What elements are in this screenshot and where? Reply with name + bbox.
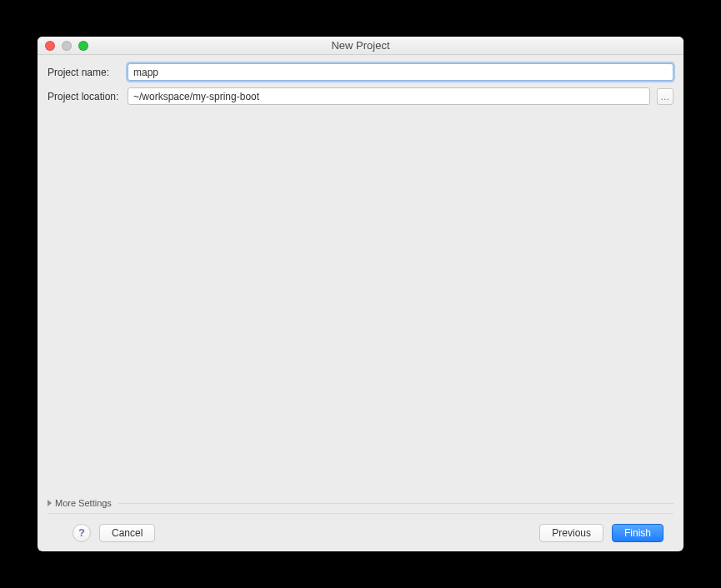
dialog-content: Project name: Project location: … More S…: [38, 55, 683, 551]
finish-button[interactable]: Finish: [612, 524, 663, 542]
help-button[interactable]: ?: [73, 524, 91, 542]
project-name-input[interactable]: [128, 63, 673, 81]
more-settings-row[interactable]: More Settings: [48, 498, 673, 508]
ellipsis-icon: …: [660, 92, 670, 102]
cancel-label: Cancel: [112, 527, 143, 539]
help-icon: ?: [78, 526, 85, 539]
project-name-row: Project name:: [48, 63, 673, 81]
footer-right-group: Previous Finish: [539, 524, 663, 542]
project-name-label: Project name:: [48, 67, 121, 78]
window-controls: [38, 41, 88, 51]
project-location-label: Project location:: [48, 91, 121, 102]
cancel-button[interactable]: Cancel: [99, 524, 155, 542]
minimize-icon: [62, 41, 72, 51]
project-location-row: Project location: …: [48, 87, 673, 105]
project-location-input[interactable]: [128, 87, 650, 105]
disclosure-triangle-icon[interactable]: [48, 500, 52, 506]
titlebar: New Project: [38, 37, 683, 55]
window-title: New Project: [38, 39, 683, 52]
content-spacer: [48, 112, 673, 498]
previous-button[interactable]: Previous: [539, 524, 603, 542]
close-icon[interactable]: [45, 41, 55, 51]
browse-button[interactable]: …: [657, 88, 673, 105]
more-settings-label[interactable]: More Settings: [55, 498, 112, 508]
finish-label: Finish: [624, 527, 651, 539]
separator-line: [118, 503, 673, 504]
previous-label: Previous: [552, 527, 591, 539]
new-project-dialog: New Project Project name: Project locati…: [38, 37, 683, 551]
dialog-footer: ? Cancel Previous Finish: [48, 513, 673, 551]
maximize-icon[interactable]: [78, 41, 88, 51]
